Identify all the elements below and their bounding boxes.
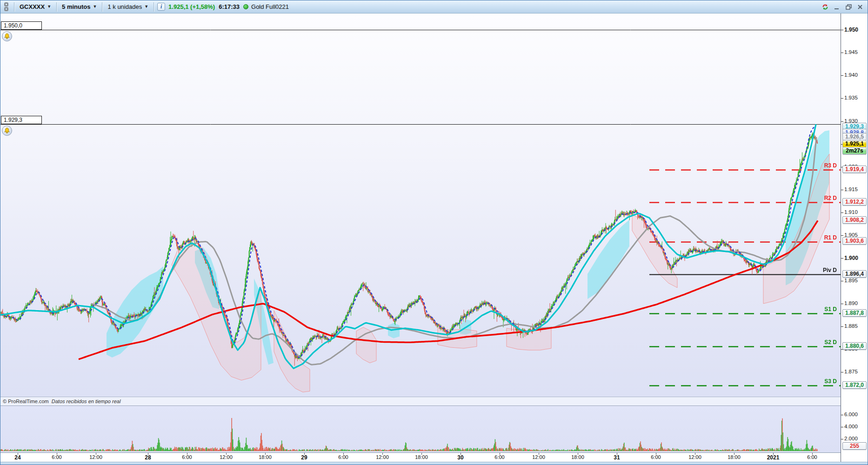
time-tick-label: 30 [457, 454, 463, 461]
volume-tick-label: 4.000 [844, 424, 858, 429]
volume-tick-label: 2.000 [844, 436, 858, 441]
time-tick-label: 28 [145, 454, 151, 461]
info-icon[interactable]: i [157, 3, 165, 11]
volume-tick-label: 6.000 [844, 412, 858, 417]
pivot-level-label: R1 D [824, 234, 837, 241]
price-tick-label: 1.910 [844, 209, 858, 215]
symbol-selector[interactable]: GCXXXX ▼ [18, 2, 53, 11]
close-icon[interactable] [856, 4, 864, 10]
time-tick-label: 18:00 [259, 454, 272, 460]
axis-tick-mark [841, 213, 843, 213]
timeframe-selector[interactable]: 5 minutos ▼ [60, 2, 99, 11]
pivot-level-label: R3 D [824, 162, 837, 169]
chart-link-icon[interactable] [0, 2, 11, 11]
axis-value-badge: 1.908,2 [842, 216, 867, 224]
axis-tick-mark [841, 75, 843, 76]
instrument-name: Gold Full0221 [251, 3, 289, 10]
price-tick-label: 1.945 [844, 49, 858, 55]
price-tick-label: 1.900 [844, 255, 858, 261]
time-tick-label: 6:00 [338, 454, 348, 460]
chevron-down-icon: ▼ [93, 5, 97, 9]
copyright-label: © ProRealTime.com [3, 399, 49, 404]
axis-value-badge: 1.880,6 [842, 342, 867, 350]
time-tick-label: 6:00 [494, 454, 504, 460]
axis-tick-mark [841, 121, 843, 122]
pivot-level-label: S1 D [824, 306, 837, 312]
restore-button[interactable] [845, 4, 852, 10]
axis-tick-mark [841, 304, 843, 304]
window-frame-bottom [0, 462, 868, 465]
statusbar: © ProRealTime.com Datos recibidos en tie… [0, 397, 841, 406]
axis-value-badge: 255 [842, 442, 867, 450]
toolbar-separator [14, 2, 14, 12]
time-tick-label: 18:00 [728, 454, 741, 460]
time-tick-label: 24 [14, 454, 20, 461]
axis-tick-mark [841, 53, 843, 53]
volume-chart-canvas[interactable] [0, 406, 841, 452]
time-tick-label: 12:00 [376, 454, 389, 460]
toolbar-separator [56, 2, 57, 12]
toolbar-separator [102, 2, 102, 12]
alert-price-label[interactable]: 1.950,0 [1, 21, 42, 30]
pivot-level-label: S2 D [824, 339, 837, 345]
price-tick-label: 1.890 [844, 300, 858, 306]
chevron-down-icon: ▼ [144, 5, 148, 9]
axis-value-badge: 2m27s [842, 147, 867, 154]
price-tick-label: 1.935 [844, 95, 858, 100]
time-tick-label: 12:00 [220, 454, 233, 460]
axis-value-badge: 1.903,6 [842, 237, 867, 245]
time-tick-label: 18:00 [415, 454, 428, 460]
units-selector[interactable]: 1 k unidades ▼ [106, 2, 150, 11]
time-tick-label: 18:00 [571, 454, 584, 460]
refresh-icon[interactable] [821, 4, 829, 10]
time-axis[interactable]: 246:0012:00286:0012:0018:00296:0012:0018… [0, 452, 841, 462]
time-tick-label: 31 [614, 454, 620, 461]
link-ring-icon [4, 2, 8, 7]
axis-tick-mark [841, 372, 843, 372]
last-price-change: 1.925,1 (+1,58%) [168, 3, 215, 10]
chevron-down-icon: ▼ [47, 5, 51, 9]
price-tick-label: 1.940 [844, 72, 858, 78]
time-tick-label: 12:00 [688, 454, 701, 460]
volume-pane[interactable] [0, 406, 841, 452]
price-tick-label: 1.915 [844, 186, 858, 192]
time-tick-label: 6:00 [182, 454, 192, 460]
toolbar-separator [154, 2, 154, 12]
axis-value-badge: 1.872,0 [842, 381, 867, 389]
time-tick-label: 2021 [767, 454, 780, 461]
axis-tick-mark [841, 190, 843, 190]
time-tick-label: 6:00 [52, 454, 61, 460]
time-tick-label: 12:00 [532, 454, 545, 460]
symbol-label: GCXXXX [20, 3, 45, 10]
timeframe-label: 5 minutos [62, 3, 90, 10]
chart-content: 1.950,01.929,3R3 DR2 DR1 DPiv DS1 DS2 DS… [0, 13, 868, 465]
pivot-level-label: Piv D [823, 267, 837, 273]
axis-value-badge: 1.912,2 [842, 198, 867, 206]
axis-tick-mark [841, 30, 843, 30]
axis-tick-mark [841, 326, 843, 327]
alert-price-label[interactable]: 1.929,3 [1, 116, 42, 124]
pivot-level-label: R2 D [824, 195, 837, 201]
axis-value-badge: 1.896,4 [842, 270, 867, 278]
market-status-dot [243, 4, 248, 9]
axis-value-badge: 1.919,4 [842, 166, 867, 173]
pivot-level-label: S3 D [824, 378, 837, 385]
price-chart-pane[interactable]: 1.950,01.929,3R3 DR2 DR1 DPiv DS1 DS2 DS… [0, 13, 841, 397]
link-ring-icon [4, 7, 8, 11]
price-chart-canvas[interactable] [0, 13, 841, 397]
axis-value-badge: 1.925,1 [842, 140, 867, 147]
window-titlebar[interactable]: GCXXXX ▼ 5 minutos ▼ 1 k unidades ▼ i 1.… [0, 0, 868, 13]
minimize-button[interactable] [833, 4, 841, 10]
time-tick-label: 6:00 [807, 454, 817, 460]
price-tick-label: 1.885 [844, 323, 858, 329]
price-axis[interactable]: 1.9501.9451.9401.9351.9301.9251.9201.915… [841, 13, 868, 462]
price-tick-label: 1.875 [844, 369, 858, 374]
time-tick-label: 6:00 [651, 454, 661, 460]
units-label: 1 k unidades [107, 3, 142, 10]
quote-time: 6:17:33 [219, 3, 240, 10]
feed-status-label: Datos recibidos en tiempo real [52, 399, 121, 404]
axis-value-badge: 1.887,8 [842, 309, 867, 317]
axis-tick-mark [841, 98, 843, 99]
axis-tick-mark [841, 281, 843, 281]
price-tick-label: 1.905 [844, 232, 858, 238]
